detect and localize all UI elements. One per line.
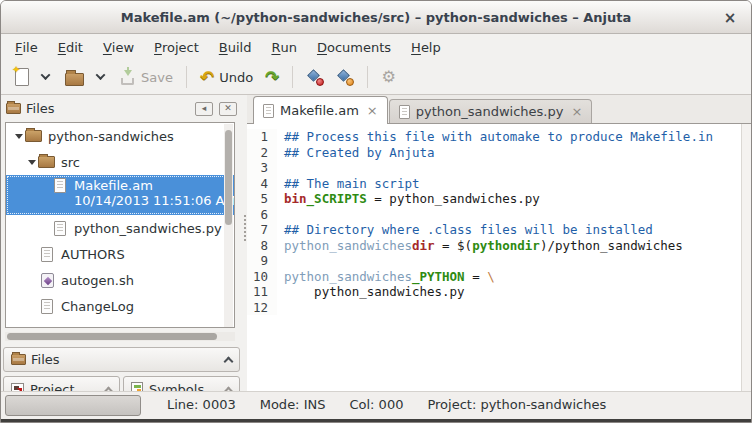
tree-item-label: python-sandwiches (48, 129, 174, 144)
tab-close-icon[interactable]: × (571, 105, 582, 118)
code-text: python_sandwichesdir = $(pythondir)/pyth… (277, 238, 683, 254)
line-number[interactable]: 4 (247, 176, 277, 192)
tree-item-python-sandwiches-py[interactable]: python_sandwiches.py (6, 215, 234, 241)
editor-tab-makefile-am[interactable]: Makefile.am× (253, 96, 388, 124)
files-panel-title: Files (26, 101, 55, 116)
tree-item-src[interactable]: src (6, 149, 234, 175)
line-number[interactable]: 5 (247, 191, 277, 207)
status-project: Project: python-sandwiches (427, 397, 606, 412)
chevron-down-icon (96, 70, 106, 80)
goto-definition-button[interactable] (300, 65, 330, 90)
tree-item-label: python_sandwiches.py (74, 221, 222, 236)
expander-icon[interactable] (25, 160, 38, 165)
code-line-5: 5bin_SCRIPTS = python_sandwiches.py (247, 191, 741, 207)
line-number[interactable]: 9 (247, 253, 277, 269)
tree-item-makefile-am[interactable]: Makefile.am10/14/2013 11:51:06 AM (6, 175, 234, 215)
goto-declaration-button[interactable] (330, 65, 360, 90)
tree-item-text: ChangeLog (61, 299, 134, 314)
line-number[interactable]: 2 (247, 145, 277, 161)
tree-item-label: Makefile.am (74, 178, 235, 193)
tree-item-label: AUTHORS (61, 247, 125, 262)
chevron-down-icon (41, 70, 51, 80)
line-number[interactable]: 12 (247, 300, 277, 316)
open-folder-icon (65, 73, 84, 86)
new-file-dropdown[interactable] (35, 69, 59, 86)
code-editor[interactable]: 1## Process this file with automake to p… (247, 124, 741, 391)
menu-run[interactable]: Run (261, 34, 307, 60)
tree-vertical-scrollbar[interactable] (224, 124, 233, 328)
tree-item-text: python_sandwiches.py (74, 221, 222, 236)
code-line-7: 7## Directory where .class files will be… (247, 222, 741, 238)
menu-edit[interactable]: Edit (48, 34, 93, 60)
code-text: ## Process this file with automake to pr… (277, 129, 713, 145)
undo-button[interactable]: ↶ Undo (194, 65, 259, 90)
editor-vertical-scrollbar[interactable] (741, 124, 751, 391)
folder-icon (38, 156, 55, 168)
tree-item-python-sandwiches[interactable]: python-sandwiches (6, 123, 234, 149)
script-icon (41, 273, 54, 288)
status-col: Col: 000 (349, 397, 403, 412)
toolbar: Save ↶ Undo ↷ ⚙ (1, 60, 751, 95)
line-number[interactable]: 6 (247, 207, 277, 223)
tree-item-autogen-sh[interactable]: autogen.sh (6, 267, 234, 293)
line-number[interactable]: 10 (247, 269, 277, 285)
window-bottom-edge (1, 419, 751, 422)
panel-close-icon: ✕ (224, 104, 232, 113)
redo-icon: ↷ (265, 69, 279, 86)
folder-icon (25, 130, 42, 142)
editor-area: Makefile.am×python_sandwiches.py× 1## Pr… (247, 95, 751, 391)
files-collapsed-label: Files (31, 352, 60, 367)
save-label: Save (141, 70, 173, 85)
tree-item-text: python-sandwiches (48, 129, 174, 144)
code-line-2: 2## Created by Anjuta (247, 145, 741, 161)
open-file-dropdown[interactable] (90, 69, 114, 86)
tree-item-authors[interactable]: AUTHORS (6, 241, 234, 267)
tab-close-icon[interactable]: × (367, 104, 378, 117)
tree-item-changelog[interactable]: ChangeLog (6, 293, 234, 319)
preferences-button[interactable]: ⚙ (375, 65, 401, 89)
panel-close-button[interactable]: ✕ (219, 102, 237, 116)
chevron-up-icon (224, 357, 234, 367)
new-file-button[interactable] (9, 64, 35, 90)
files-collapsed-panel[interactable]: Files (3, 347, 240, 372)
menu-view[interactable]: View (93, 34, 144, 60)
window-title: Makefile.am (~/python-sandwiches/src) – … (121, 10, 632, 25)
menu-build[interactable]: Build (209, 34, 262, 60)
tree-item-label: ChangeLog (61, 299, 134, 314)
goto-definition-icon (306, 69, 324, 86)
tree-item-text: src (61, 155, 80, 170)
line-number[interactable]: 3 (247, 160, 277, 176)
code-text: ## Directory where .class files will be … (277, 222, 653, 238)
panel-dock-button[interactable]: ◂ (195, 102, 213, 116)
code-line-8: 8python_sandwichesdir = $(pythondir)/pyt… (247, 238, 741, 254)
toolbar-separator (186, 66, 187, 88)
menu-file[interactable]: File (5, 34, 48, 60)
code-line-1: 1## Process this file with automake to p… (247, 129, 741, 145)
status-text: Line: 0003 Mode: INS Col: 000 Project: p… (167, 397, 606, 412)
menu-documents[interactable]: Documents (307, 34, 401, 60)
menu-help[interactable]: Help (401, 34, 451, 60)
line-number[interactable]: 7 (247, 222, 277, 238)
save-button[interactable]: Save (114, 66, 179, 89)
open-file-button[interactable] (59, 65, 90, 90)
new-file-icon (15, 68, 29, 86)
line-number[interactable]: 11 (247, 284, 277, 300)
window-close-button[interactable]: × (719, 7, 741, 29)
toolbar-separator (367, 66, 368, 88)
editor-tab-python-sandwiches-py[interactable]: python_sandwiches.py× (389, 99, 593, 123)
file-icon (263, 104, 274, 118)
line-number[interactable]: 1 (247, 129, 277, 145)
tree-item-label: autogen.sh (61, 273, 134, 288)
tree-horizontal-scrollbar[interactable] (5, 332, 235, 341)
code-text: bin_SCRIPTS = python_sandwiches.py (277, 191, 540, 207)
files-panel-header: Files ◂ ✕ (1, 95, 242, 122)
file-icon (41, 299, 53, 314)
file-tree: python-sandwichessrcMakefile.am10/14/201… (5, 122, 235, 328)
tree-item-text: autogen.sh (61, 273, 134, 288)
expander-icon[interactable] (12, 134, 25, 139)
code-line-6: 6 (247, 207, 741, 223)
menu-project[interactable]: Project (144, 34, 209, 60)
splitter-grip-icon (244, 215, 246, 241)
line-number[interactable]: 8 (247, 238, 277, 254)
redo-button[interactable]: ↷ (259, 65, 285, 90)
